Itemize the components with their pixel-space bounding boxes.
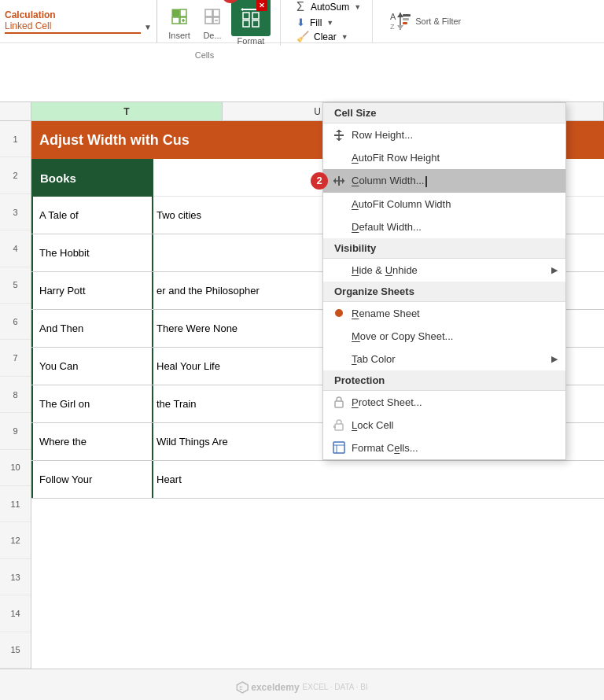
default-width-item[interactable]: Default Width... [323, 216, 565, 238]
protect-sheet-icon-svg [333, 396, 345, 408]
tab-color-item[interactable]: Tab Color ▶ [323, 348, 565, 370]
table-row[interactable]: Follow Your Heart [31, 461, 604, 499]
visibility-header: Visibility [323, 238, 565, 259]
badge-2: 2 [311, 172, 328, 190]
fill-label: Fill [310, 17, 322, 28]
row-num-12: 12 [0, 522, 31, 558]
column-width-item[interactable]: 2 Column Width... [323, 169, 565, 193]
autosum-button[interactable]: Σ AutoSum ▼ [296, 0, 361, 14]
format-cells-item[interactable]: Format Cells... [323, 437, 565, 459]
format-x-icon: ✕ [256, 0, 267, 11]
svg-rect-1 [172, 17, 179, 24]
ribbon: Calculation Linked Cell ▼ [0, 0, 604, 102]
books-header-cell[interactable]: Books [31, 159, 153, 197]
hide-unhide-arrow: ▶ [551, 265, 558, 275]
svg-rect-8 [213, 9, 219, 17]
rename-sheet-icon [331, 309, 347, 317]
insert-label: Insert [168, 31, 190, 40]
svg-rect-6 [205, 9, 212, 17]
svg-rect-33 [338, 176, 340, 186]
autofit-row-label: AutoFit Row Height [352, 152, 440, 164]
row-num-9: 9 [0, 413, 31, 449]
format-btn-wrapper: 1 ✕ [231, 0, 271, 36]
format-button-group: 1 ✕ [231, 0, 271, 46]
svg-rect-34 [335, 401, 343, 407]
column-width-icon [331, 175, 347, 187]
svg-rect-35 [335, 424, 343, 430]
format-label: Format [238, 36, 265, 46]
watermark-icon: E [236, 681, 249, 694]
svg-rect-23 [403, 14, 411, 17]
sort-label: Sort & Filter [415, 17, 461, 26]
row-num-15: 15 [0, 632, 31, 669]
name-box-label: Calculation [5, 9, 152, 20]
svg-rect-29 [334, 134, 344, 136]
books-header-label: Books [40, 171, 76, 185]
row-5-col-t: You Can [31, 348, 153, 385]
format-dropdown-menu: Cell Size Row Height... AutoFit Row Heig… [322, 102, 566, 460]
format-cells-label: Format Cells... [352, 442, 418, 454]
svg-rect-24 [403, 18, 409, 20]
svg-text:A: A [390, 12, 396, 21]
autofit-row-item[interactable]: AutoFit Row Height [323, 146, 565, 169]
sort-button[interactable]: A Z Sort & Filter [389, 9, 461, 33]
rename-sheet-label: Rename Sheet [352, 308, 420, 319]
row-height-label: Row Height... [352, 129, 413, 141]
organize-sheets-header: Organize Sheets [323, 282, 565, 302]
svg-marker-21 [397, 13, 403, 17]
clear-label: Clear [314, 31, 337, 42]
delete-button[interactable] [198, 2, 226, 31]
autosum-group: Σ AutoSum ▼ ⬇ Fill ▼ 🧹 Clear ▼ [296, 0, 373, 42]
column-width-icon-svg [333, 175, 345, 187]
autofit-col-label: AutoFit Column Width [352, 198, 451, 210]
svg-rect-25 [403, 22, 407, 24]
lock-cell-icon-svg [333, 418, 345, 431]
name-box-dropdown-icon[interactable]: ▼ [144, 23, 152, 31]
row-num-10: 10 [0, 450, 31, 486]
row-numbers: 1 2 3 4 5 6 7 8 9 10 11 12 13 14 15 [0, 121, 31, 669]
lock-cell-item[interactable]: Lock Cell [323, 414, 565, 437]
fill-dropdown-icon[interactable]: ▼ [326, 19, 333, 27]
svg-marker-12 [241, 8, 243, 11]
move-copy-item[interactable]: Move or Copy Sheet... [323, 325, 565, 348]
svg-rect-16 [243, 20, 249, 27]
clear-dropdown-icon[interactable]: ▼ [341, 33, 348, 41]
delete-label: De... [203, 31, 221, 40]
svg-rect-15 [252, 13, 259, 19]
row-num-6: 6 [0, 304, 31, 340]
rename-sheet-item[interactable]: Rename Sheet [323, 302, 565, 325]
orange-dot [335, 309, 343, 317]
orange-banner-text: Adjust Width with Cus [39, 132, 190, 149]
svg-rect-0 [172, 9, 179, 17]
row-height-item[interactable]: Row Height... [323, 123, 565, 146]
format-button[interactable]: ✕ [231, 0, 271, 36]
row-num-4: 4 [0, 230, 31, 267]
row-height-icon-svg [333, 129, 345, 142]
row-num-3: 3 [0, 194, 31, 230]
protect-sheet-icon [331, 396, 347, 408]
protect-sheet-label: Protect Sheet... [352, 396, 422, 408]
hide-unhide-item[interactable]: Hide & Unhide ▶ [323, 259, 565, 282]
row-num-1: 1 [0, 121, 31, 157]
clear-icon: 🧹 [296, 31, 309, 42]
protect-sheet-item[interactable]: Protect Sheet... [323, 391, 565, 414]
hide-unhide-label: Hide & Unhide [352, 264, 418, 276]
delete-icon [204, 8, 221, 25]
col-header-T[interactable]: T [31, 102, 223, 120]
insert-button[interactable] [165, 2, 193, 31]
svg-rect-14 [243, 13, 249, 19]
status-bar: E exceldemy EXCEL · DATA · BI [0, 669, 604, 700]
autofit-col-item[interactable]: AutoFit Column Width [323, 193, 565, 216]
delete-button-group: De... [198, 2, 226, 40]
row-1-col-t: A Tale of [31, 197, 153, 234]
insert-icon [171, 8, 188, 25]
autosum-label: AutoSum [311, 2, 349, 13]
autosum-dropdown-icon[interactable]: ▼ [354, 3, 361, 11]
row-num-8: 8 [0, 377, 31, 413]
fill-button[interactable]: ⬇ Fill ▼ [296, 17, 361, 28]
row-height-icon [331, 129, 347, 142]
ribbon-top: Calculation Linked Cell ▼ [0, 0, 604, 43]
column-width-label: Column Width... [352, 175, 427, 187]
clear-button[interactable]: 🧹 Clear ▼ [296, 31, 361, 42]
cells-group: Insert De... [165, 0, 281, 46]
